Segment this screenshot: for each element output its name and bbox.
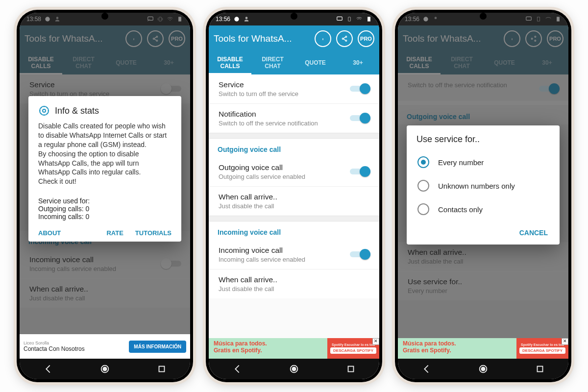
ad-button-label: DESCARGA SPOTIFY <box>330 347 376 354</box>
notification-row[interactable]: NotificationSwitch to off the service no… <box>209 103 379 133</box>
ad-sub: Spotify Escuchar lo es tod <box>332 343 375 346</box>
notification-switch[interactable] <box>350 113 370 123</box>
svg-point-16 <box>345 36 347 38</box>
stats-label: Service used for: <box>38 197 172 205</box>
system-nav-bar <box>20 359 190 379</box>
chat-bubble-icon <box>233 16 240 23</box>
svg-rect-21 <box>348 367 354 372</box>
tab-direct-chat[interactable]: DIRECT CHAT <box>251 52 294 74</box>
row-title: When call arrive.. <box>219 275 370 284</box>
stats-incoming: Incoming calls: 0 <box>38 213 172 220</box>
svg-point-30 <box>481 367 485 370</box>
ad-line1: Música para todos. <box>214 340 322 347</box>
divider <box>209 133 379 139</box>
row-subtitle: Outgoing calls service enabled <box>219 173 344 180</box>
ad-button-label: DESCARGA SPOTIFY <box>519 347 565 354</box>
dialog-body: Disable Calls created for people who wis… <box>38 122 172 186</box>
svg-rect-14 <box>348 17 351 21</box>
service-switch[interactable] <box>350 83 370 94</box>
incoming-call-row[interactable]: Incoming voice callIncoming calls servic… <box>209 240 379 269</box>
row-title: When call arrive.. <box>219 193 370 201</box>
stats-outgoing: Outgoing calls: 0 <box>38 205 172 213</box>
back-button[interactable] <box>421 364 432 374</box>
divider <box>209 216 379 221</box>
ad-line2: Contacta Con Nosotros <box>24 345 125 352</box>
outgoing-call-row[interactable]: Outgoing voice callOutgoing calls servic… <box>209 157 379 186</box>
tab-bar: DISABLE CALLS DIRECT CHAT QUOTE 30+ <box>209 52 379 74</box>
row-subtitle: Just disable the call <box>219 202 370 210</box>
gear-icon <box>38 105 50 117</box>
battery-icon <box>366 16 372 23</box>
pro-button[interactable]: PRO <box>358 30 374 47</box>
tutorials-button[interactable]: TUTORIALS <box>135 229 172 237</box>
service-row[interactable]: ServiceSwitch to turn off the service <box>209 74 379 103</box>
ad-cta-button[interactable]: Spotify Escuchar lo es tod DESCARGA SPOT… <box>516 338 568 359</box>
row-title: Incoming voice call <box>219 246 344 255</box>
svg-point-8 <box>43 109 46 112</box>
ad-line2: Gratis en Spotify. <box>214 347 322 354</box>
row-title: Service <box>219 80 344 89</box>
row-title: Outgoing voice call <box>219 163 344 172</box>
radio-contacts-only[interactable]: Contacts only <box>416 197 550 221</box>
ad-line1: Música para todos. <box>403 340 512 347</box>
radio-icon <box>417 180 429 192</box>
system-nav-bar <box>209 359 379 379</box>
back-button[interactable] <box>232 364 243 374</box>
ad-line2: Gratis en Spotify. <box>403 347 512 354</box>
recent-button[interactable] <box>156 364 167 374</box>
tab-more[interactable]: 30+ <box>337 52 379 74</box>
cast-icon <box>336 16 343 23</box>
dialog-title: Info & stats <box>55 106 99 116</box>
outgoing-section-header: Outgoing voice call <box>209 139 379 157</box>
ad-close-icon[interactable]: ✕ <box>372 338 379 345</box>
status-time: 13:56 <box>216 16 230 23</box>
ad-banner[interactable]: Música para todos.Gratis en Spotify. Spo… <box>398 338 568 359</box>
person-icon <box>243 16 250 23</box>
ad-close-icon[interactable]: ✕ <box>562 338 568 345</box>
radio-icon <box>417 156 429 168</box>
svg-point-12 <box>234 17 239 21</box>
recent-button[interactable] <box>535 364 545 374</box>
incoming-switch[interactable] <box>350 249 370 260</box>
share-button[interactable] <box>336 30 353 47</box>
home-button[interactable] <box>478 364 489 374</box>
wifi-icon <box>356 16 363 23</box>
vibrate-icon <box>346 16 353 23</box>
dialog-title: Use service for.. <box>416 134 480 145</box>
back-button[interactable] <box>43 364 53 374</box>
info-button[interactable] <box>315 30 331 47</box>
use-service-dialog: Use service for.. Every number Unknown n… <box>407 125 560 245</box>
system-nav-bar <box>398 359 568 379</box>
outgoing-switch[interactable] <box>350 166 370 177</box>
radio-label: Contacts only <box>438 205 483 214</box>
ad-banner[interactable]: Liceo SorollaContacta Con Nosotros MÁS I… <box>20 334 190 359</box>
svg-rect-13 <box>337 17 343 20</box>
recent-button[interactable] <box>345 364 356 374</box>
row-subtitle: Incoming calls service enabled <box>219 256 344 263</box>
home-button[interactable] <box>99 364 110 374</box>
home-button[interactable] <box>289 364 299 374</box>
radio-unknown-only[interactable]: Unknown numbers only <box>416 174 550 197</box>
app-title: Tools for WhatsA... <box>214 33 315 44</box>
ad-banner[interactable]: Música para todos.Gratis en Spotify. Spo… <box>209 338 379 359</box>
svg-rect-31 <box>538 367 543 372</box>
rate-button[interactable]: RATE <box>106 229 123 237</box>
svg-rect-11 <box>159 367 165 372</box>
outgoing-arrive-row[interactable]: When call arrive..Just disable the call <box>209 186 379 216</box>
ad-cta-button[interactable]: Spotify Escuchar lo es tod DESCARGA SPOT… <box>327 338 379 359</box>
cancel-button[interactable]: CANCEL <box>416 226 550 240</box>
row-subtitle: Switch to turn off the service <box>219 90 344 98</box>
radio-every-number[interactable]: Every number <box>416 150 550 174</box>
info-stats-dialog: Info & stats Disable Calls created for p… <box>28 96 181 242</box>
svg-rect-15 <box>368 17 370 21</box>
tab-quote[interactable]: QUOTE <box>294 52 337 74</box>
radio-icon <box>417 203 429 215</box>
tab-disable-calls[interactable]: DISABLE CALLS <box>209 52 251 74</box>
svg-point-20 <box>292 367 295 370</box>
radio-label: Unknown numbers only <box>438 182 515 190</box>
about-button[interactable]: ABOUT <box>38 229 61 237</box>
row-title: Notification <box>219 110 344 119</box>
ad-cta-button[interactable]: MÁS INFORMACIÓN <box>129 341 186 353</box>
incoming-arrive-row[interactable]: When call arrive..Just disable the call <box>209 269 379 298</box>
ad-sub: Spotify Escuchar lo es tod <box>521 343 564 346</box>
